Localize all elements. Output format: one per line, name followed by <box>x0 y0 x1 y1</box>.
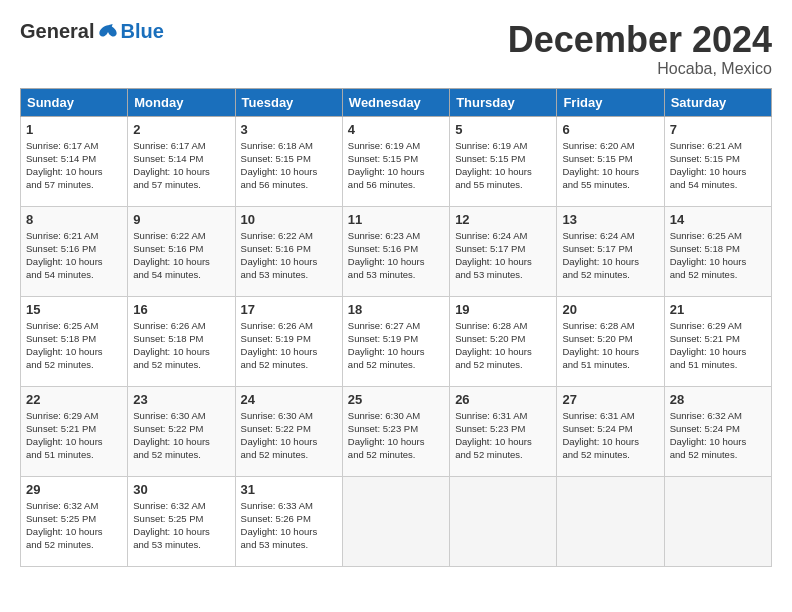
calendar-week-row: 29Sunrise: 6:32 AMSunset: 5:25 PMDayligh… <box>21 476 772 566</box>
day-number: 22 <box>26 392 122 407</box>
day-number: 27 <box>562 392 658 407</box>
day-number: 21 <box>670 302 766 317</box>
calendar-cell: 1Sunrise: 6:17 AMSunset: 5:14 PMDaylight… <box>21 116 128 206</box>
day-number: 26 <box>455 392 551 407</box>
calendar-cell: 22Sunrise: 6:29 AMSunset: 5:21 PMDayligh… <box>21 386 128 476</box>
calendar-cell <box>557 476 664 566</box>
day-info: Sunrise: 6:32 AMSunset: 5:25 PMDaylight:… <box>26 499 122 552</box>
day-number: 17 <box>241 302 337 317</box>
calendar-cell: 23Sunrise: 6:30 AMSunset: 5:22 PMDayligh… <box>128 386 235 476</box>
day-info: Sunrise: 6:33 AMSunset: 5:26 PMDaylight:… <box>241 499 337 552</box>
calendar-cell <box>664 476 771 566</box>
calendar-cell: 31Sunrise: 6:33 AMSunset: 5:26 PMDayligh… <box>235 476 342 566</box>
day-number: 11 <box>348 212 444 227</box>
day-number: 31 <box>241 482 337 497</box>
calendar-cell: 27Sunrise: 6:31 AMSunset: 5:24 PMDayligh… <box>557 386 664 476</box>
day-info: Sunrise: 6:25 AMSunset: 5:18 PMDaylight:… <box>26 319 122 372</box>
calendar-cell: 6Sunrise: 6:20 AMSunset: 5:15 PMDaylight… <box>557 116 664 206</box>
logo-blue: Blue <box>120 20 163 43</box>
day-info: Sunrise: 6:29 AMSunset: 5:21 PMDaylight:… <box>670 319 766 372</box>
day-info: Sunrise: 6:32 AMSunset: 5:25 PMDaylight:… <box>133 499 229 552</box>
day-number: 1 <box>26 122 122 137</box>
calendar-cell: 4Sunrise: 6:19 AMSunset: 5:15 PMDaylight… <box>342 116 449 206</box>
calendar-header-thursday: Thursday <box>450 88 557 116</box>
day-number: 7 <box>670 122 766 137</box>
calendar-cell: 13Sunrise: 6:24 AMSunset: 5:17 PMDayligh… <box>557 206 664 296</box>
calendar-cell: 14Sunrise: 6:25 AMSunset: 5:18 PMDayligh… <box>664 206 771 296</box>
calendar-cell: 24Sunrise: 6:30 AMSunset: 5:22 PMDayligh… <box>235 386 342 476</box>
calendar-cell: 17Sunrise: 6:26 AMSunset: 5:19 PMDayligh… <box>235 296 342 386</box>
calendar-week-row: 15Sunrise: 6:25 AMSunset: 5:18 PMDayligh… <box>21 296 772 386</box>
page-header: General Blue December 2024 Hocaba, Mexic… <box>20 20 772 78</box>
day-info: Sunrise: 6:18 AMSunset: 5:15 PMDaylight:… <box>241 139 337 192</box>
calendar-week-row: 1Sunrise: 6:17 AMSunset: 5:14 PMDaylight… <box>21 116 772 206</box>
day-info: Sunrise: 6:19 AMSunset: 5:15 PMDaylight:… <box>455 139 551 192</box>
day-info: Sunrise: 6:26 AMSunset: 5:19 PMDaylight:… <box>241 319 337 372</box>
day-number: 5 <box>455 122 551 137</box>
calendar-cell: 26Sunrise: 6:31 AMSunset: 5:23 PMDayligh… <box>450 386 557 476</box>
day-number: 8 <box>26 212 122 227</box>
day-number: 14 <box>670 212 766 227</box>
calendar-cell: 3Sunrise: 6:18 AMSunset: 5:15 PMDaylight… <box>235 116 342 206</box>
day-number: 28 <box>670 392 766 407</box>
day-number: 15 <box>26 302 122 317</box>
day-info: Sunrise: 6:21 AMSunset: 5:15 PMDaylight:… <box>670 139 766 192</box>
location-title: Hocaba, Mexico <box>508 60 772 78</box>
calendar-cell <box>450 476 557 566</box>
day-info: Sunrise: 6:30 AMSunset: 5:23 PMDaylight:… <box>348 409 444 462</box>
calendar-cell <box>342 476 449 566</box>
calendar-table: SundayMondayTuesdayWednesdayThursdayFrid… <box>20 88 772 567</box>
calendar-cell: 11Sunrise: 6:23 AMSunset: 5:16 PMDayligh… <box>342 206 449 296</box>
logo-bird-icon <box>98 22 118 42</box>
day-info: Sunrise: 6:21 AMSunset: 5:16 PMDaylight:… <box>26 229 122 282</box>
day-number: 29 <box>26 482 122 497</box>
calendar-cell: 29Sunrise: 6:32 AMSunset: 5:25 PMDayligh… <box>21 476 128 566</box>
month-title: December 2024 <box>508 20 772 60</box>
calendar-header-row: SundayMondayTuesdayWednesdayThursdayFrid… <box>21 88 772 116</box>
logo: General Blue <box>20 20 164 43</box>
day-info: Sunrise: 6:17 AMSunset: 5:14 PMDaylight:… <box>26 139 122 192</box>
calendar-cell: 18Sunrise: 6:27 AMSunset: 5:19 PMDayligh… <box>342 296 449 386</box>
day-info: Sunrise: 6:29 AMSunset: 5:21 PMDaylight:… <box>26 409 122 462</box>
day-number: 30 <box>133 482 229 497</box>
calendar-header-saturday: Saturday <box>664 88 771 116</box>
day-number: 20 <box>562 302 658 317</box>
title-block: December 2024 Hocaba, Mexico <box>508 20 772 78</box>
calendar-cell: 2Sunrise: 6:17 AMSunset: 5:14 PMDaylight… <box>128 116 235 206</box>
calendar-cell: 25Sunrise: 6:30 AMSunset: 5:23 PMDayligh… <box>342 386 449 476</box>
day-number: 6 <box>562 122 658 137</box>
calendar-cell: 20Sunrise: 6:28 AMSunset: 5:20 PMDayligh… <box>557 296 664 386</box>
day-number: 24 <box>241 392 337 407</box>
day-info: Sunrise: 6:24 AMSunset: 5:17 PMDaylight:… <box>562 229 658 282</box>
day-number: 10 <box>241 212 337 227</box>
calendar-week-row: 8Sunrise: 6:21 AMSunset: 5:16 PMDaylight… <box>21 206 772 296</box>
calendar-cell: 28Sunrise: 6:32 AMSunset: 5:24 PMDayligh… <box>664 386 771 476</box>
day-number: 3 <box>241 122 337 137</box>
day-number: 16 <box>133 302 229 317</box>
day-number: 18 <box>348 302 444 317</box>
calendar-cell: 10Sunrise: 6:22 AMSunset: 5:16 PMDayligh… <box>235 206 342 296</box>
day-number: 4 <box>348 122 444 137</box>
calendar-cell: 7Sunrise: 6:21 AMSunset: 5:15 PMDaylight… <box>664 116 771 206</box>
calendar-header-sunday: Sunday <box>21 88 128 116</box>
calendar-cell: 12Sunrise: 6:24 AMSunset: 5:17 PMDayligh… <box>450 206 557 296</box>
day-info: Sunrise: 6:17 AMSunset: 5:14 PMDaylight:… <box>133 139 229 192</box>
calendar-cell: 21Sunrise: 6:29 AMSunset: 5:21 PMDayligh… <box>664 296 771 386</box>
day-info: Sunrise: 6:19 AMSunset: 5:15 PMDaylight:… <box>348 139 444 192</box>
day-info: Sunrise: 6:28 AMSunset: 5:20 PMDaylight:… <box>562 319 658 372</box>
day-number: 23 <box>133 392 229 407</box>
calendar-cell: 16Sunrise: 6:26 AMSunset: 5:18 PMDayligh… <box>128 296 235 386</box>
day-number: 2 <box>133 122 229 137</box>
day-info: Sunrise: 6:27 AMSunset: 5:19 PMDaylight:… <box>348 319 444 372</box>
day-number: 9 <box>133 212 229 227</box>
calendar-week-row: 22Sunrise: 6:29 AMSunset: 5:21 PMDayligh… <box>21 386 772 476</box>
calendar-header-tuesday: Tuesday <box>235 88 342 116</box>
calendar-cell: 5Sunrise: 6:19 AMSunset: 5:15 PMDaylight… <box>450 116 557 206</box>
day-info: Sunrise: 6:30 AMSunset: 5:22 PMDaylight:… <box>133 409 229 462</box>
calendar-cell: 15Sunrise: 6:25 AMSunset: 5:18 PMDayligh… <box>21 296 128 386</box>
day-info: Sunrise: 6:20 AMSunset: 5:15 PMDaylight:… <box>562 139 658 192</box>
day-info: Sunrise: 6:32 AMSunset: 5:24 PMDaylight:… <box>670 409 766 462</box>
day-info: Sunrise: 6:26 AMSunset: 5:18 PMDaylight:… <box>133 319 229 372</box>
calendar-cell: 8Sunrise: 6:21 AMSunset: 5:16 PMDaylight… <box>21 206 128 296</box>
calendar-header-monday: Monday <box>128 88 235 116</box>
